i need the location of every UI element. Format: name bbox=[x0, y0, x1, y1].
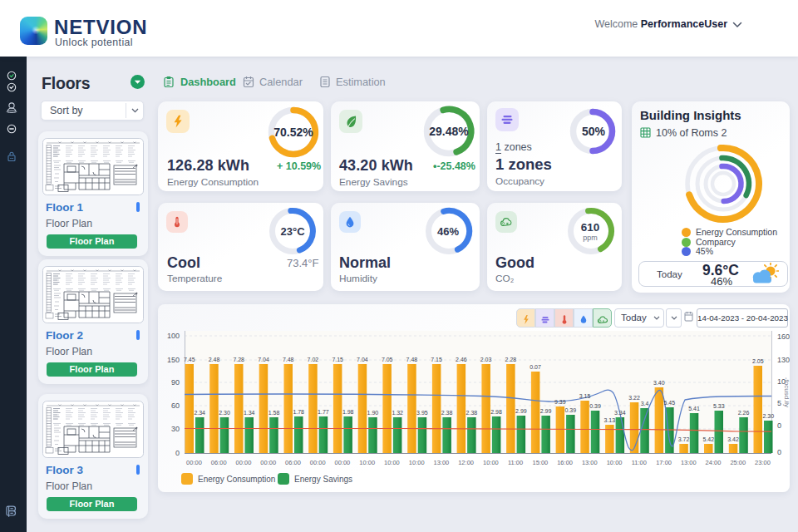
svg-text:00:00: 00:00 bbox=[186, 459, 202, 466]
svg-text:06:00: 06:00 bbox=[285, 459, 301, 466]
svg-text:160: 160 bbox=[777, 332, 790, 341]
svg-text:2.38: 2.38 bbox=[441, 410, 453, 416]
svg-text:17:00: 17:00 bbox=[656, 459, 672, 466]
svg-text:2.98: 2.98 bbox=[490, 409, 502, 415]
svg-text:7.05: 7.05 bbox=[382, 357, 393, 362]
svg-text:2.26: 2.26 bbox=[738, 410, 750, 416]
svg-text:5.45: 5.45 bbox=[663, 400, 675, 406]
svg-text:7.02: 7.02 bbox=[308, 357, 319, 362]
svg-text:2.28: 2.28 bbox=[505, 357, 517, 362]
svg-text:11:00: 11:00 bbox=[508, 459, 523, 466]
svg-text:0: 0 bbox=[777, 448, 781, 456]
svg-text:3.42: 3.42 bbox=[727, 436, 739, 442]
svg-text:3.72: 3.72 bbox=[678, 436, 690, 442]
svg-text:2.48: 2.48 bbox=[209, 357, 220, 362]
svg-text:-focusd.ily: -focusd.ily bbox=[783, 377, 790, 407]
svg-text:150: 150 bbox=[167, 356, 180, 364]
svg-text:06:00: 06:00 bbox=[211, 459, 227, 466]
svg-text:15:00: 15:00 bbox=[533, 459, 549, 466]
svg-text:9.39: 9.39 bbox=[554, 399, 566, 405]
svg-text:100: 100 bbox=[167, 332, 180, 340]
svg-text:24:00: 24:00 bbox=[706, 459, 722, 466]
svg-text:2.99: 2.99 bbox=[515, 408, 527, 414]
svg-text:60: 60 bbox=[171, 401, 180, 410]
svg-text:2.30: 2.30 bbox=[219, 410, 230, 416]
svg-text:5.33: 5.33 bbox=[713, 403, 725, 409]
svg-text:1.58: 1.58 bbox=[268, 410, 280, 416]
svg-text:2.38: 2.38 bbox=[466, 410, 478, 416]
svg-text:16:00: 16:00 bbox=[557, 459, 573, 466]
svg-text:00:00: 00:00 bbox=[236, 459, 252, 466]
svg-text:3.34: 3.34 bbox=[614, 410, 626, 416]
svg-text:23:00: 23:00 bbox=[755, 459, 771, 466]
svg-text:30: 30 bbox=[171, 425, 180, 433]
svg-text:0.07: 0.07 bbox=[530, 364, 541, 370]
svg-text:13:00: 13:00 bbox=[582, 459, 598, 466]
svg-text:7.15: 7.15 bbox=[431, 357, 442, 362]
svg-text:2.34: 2.34 bbox=[194, 410, 205, 416]
svg-text:7.45: 7.45 bbox=[184, 357, 195, 362]
svg-text:130: 130 bbox=[777, 356, 790, 364]
svg-text:00:00: 00:00 bbox=[335, 459, 351, 466]
svg-text:Energy Consumption: Energy Consumption bbox=[198, 475, 275, 484]
svg-text:1.90: 1.90 bbox=[367, 410, 379, 416]
svg-text:1.34: 1.34 bbox=[244, 410, 255, 416]
svg-text:5.41: 5.41 bbox=[688, 406, 700, 411]
svg-text:1.78: 1.78 bbox=[293, 409, 304, 415]
svg-text:00:00: 00:00 bbox=[260, 459, 276, 466]
svg-text:7.04: 7.04 bbox=[357, 357, 368, 362]
svg-text:3.22: 3.22 bbox=[628, 395, 640, 401]
svg-text:7.28: 7.28 bbox=[233, 357, 244, 362]
svg-text:7.15: 7.15 bbox=[332, 357, 343, 362]
svg-text:0: 0 bbox=[777, 421, 781, 430]
svg-text:0.39: 0.39 bbox=[589, 403, 601, 409]
svg-text:10:00: 10:00 bbox=[483, 459, 499, 466]
svg-text:00:00: 00:00 bbox=[310, 459, 326, 466]
svg-text:2.46: 2.46 bbox=[456, 357, 467, 362]
svg-text:5.42: 5.42 bbox=[702, 436, 714, 442]
svg-text:1.32: 1.32 bbox=[392, 410, 403, 416]
svg-text:7.48: 7.48 bbox=[283, 357, 294, 362]
svg-text:1.98: 1.98 bbox=[342, 409, 354, 415]
svg-text:3.4: 3.4 bbox=[641, 401, 649, 406]
svg-text:10:00: 10:00 bbox=[409, 459, 425, 466]
svg-text:7.04: 7.04 bbox=[258, 357, 269, 362]
svg-text:2.99: 2.99 bbox=[540, 408, 552, 414]
svg-text:2.03: 2.03 bbox=[480, 357, 492, 362]
svg-text:Energy Savings: Energy Savings bbox=[294, 475, 352, 484]
svg-text:7.48: 7.48 bbox=[406, 357, 418, 362]
svg-text:13:00: 13:00 bbox=[681, 459, 697, 466]
svg-text:10:00: 10:00 bbox=[384, 459, 400, 466]
svg-text:10:00: 10:00 bbox=[359, 459, 375, 466]
svg-text:13:00: 13:00 bbox=[434, 459, 450, 466]
svg-text:90: 90 bbox=[171, 378, 180, 387]
svg-text:3.15: 3.15 bbox=[579, 393, 591, 399]
svg-text:5: 5 bbox=[777, 399, 781, 407]
svg-text:25:00: 25:00 bbox=[730, 459, 746, 466]
svg-text:0.39: 0.39 bbox=[564, 407, 576, 413]
svg-text:12:00: 12:00 bbox=[458, 459, 474, 466]
svg-text:3.95: 3.95 bbox=[416, 410, 428, 416]
svg-text:10:00: 10:00 bbox=[607, 459, 623, 466]
svg-text:2.30: 2.30 bbox=[762, 413, 774, 419]
svg-text:0: 0 bbox=[175, 449, 180, 457]
svg-text:1.77: 1.77 bbox=[318, 409, 329, 415]
svg-text:3.13: 3.13 bbox=[603, 417, 615, 423]
svg-text:3.40: 3.40 bbox=[653, 380, 665, 386]
svg-text:2.05: 2.05 bbox=[752, 358, 764, 364]
svg-text:11:00: 11:00 bbox=[632, 459, 647, 466]
